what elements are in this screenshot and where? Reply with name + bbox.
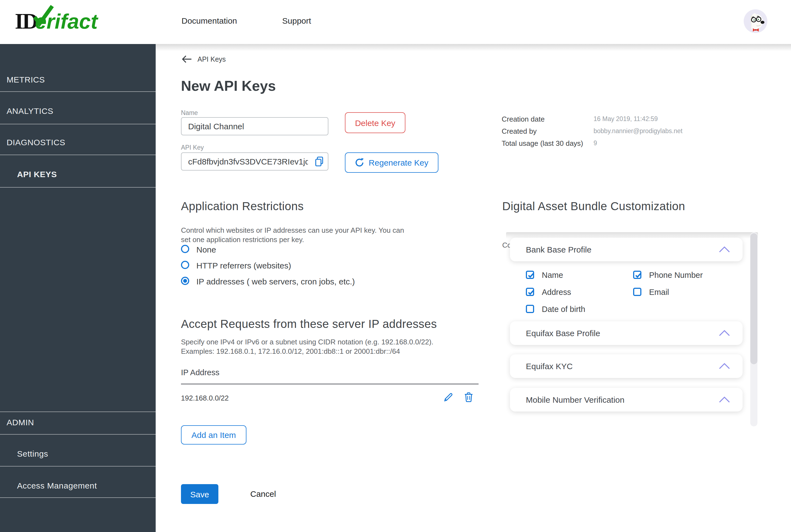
app-window: IDerifact Documentation Support bbox=[0, 0, 791, 532]
nav-support[interactable]: Support bbox=[282, 16, 311, 25]
divider bbox=[0, 412, 156, 412]
checkbox-checked[interactable] bbox=[526, 271, 534, 279]
delete-row-icon[interactable] bbox=[464, 392, 474, 402]
meta-row: Created by bobby.nannier@prodigylabs.net bbox=[502, 127, 760, 136]
top-header: IDerifact Documentation Support bbox=[0, 0, 791, 44]
divider bbox=[0, 124, 156, 124]
checkbox-label: Name bbox=[542, 271, 563, 280]
meta-row: Total usage (last 30 days) 9 bbox=[502, 139, 760, 148]
ip-table-row-value: 192.168.0.0/22 bbox=[181, 394, 229, 402]
checkbox-checked[interactable] bbox=[633, 271, 641, 279]
scrollbar-thumb[interactable] bbox=[750, 233, 757, 364]
name-input[interactable] bbox=[181, 117, 328, 135]
radio-button-selected[interactable] bbox=[181, 277, 189, 285]
divider bbox=[0, 466, 156, 467]
application-restrictions-description: Control which websites or IP addresses c… bbox=[181, 226, 411, 244]
checkbox-unchecked[interactable] bbox=[526, 305, 534, 313]
user-avatar[interactable] bbox=[744, 10, 767, 33]
logo[interactable]: IDerifact bbox=[15, 8, 98, 36]
chevron-up-icon[interactable] bbox=[719, 246, 730, 252]
cancel-button[interactable]: Cancel bbox=[250, 489, 276, 498]
ip-section-description-line1: Specify one IPv4 or IPv6 or a subnet usi… bbox=[181, 337, 440, 347]
save-button[interactable]: Save bbox=[181, 484, 218, 504]
divider bbox=[0, 155, 156, 155]
meta-value: 16 May 2019, 11:42:59 bbox=[594, 116, 658, 122]
radio-label: HTTP referrers (websites) bbox=[196, 261, 291, 270]
ip-table-divider bbox=[181, 383, 479, 384]
bundle-title: Digital Asset Bundle Customization bbox=[502, 200, 685, 213]
chevron-up-icon[interactable] bbox=[719, 397, 730, 403]
check-icon bbox=[527, 289, 534, 296]
accordion-equifax-kyc[interactable]: Equifax KYC bbox=[510, 354, 742, 378]
application-restrictions-title: Application Restrictions bbox=[181, 200, 304, 213]
accordion-title: Equifax Base Profile bbox=[526, 328, 600, 338]
sidebar-item-admin[interactable]: ADMIN bbox=[6, 418, 34, 427]
api-key-input[interactable] bbox=[181, 152, 328, 171]
check-icon bbox=[527, 272, 534, 278]
accordion-title: Bank Base Profile bbox=[526, 245, 591, 254]
sidebar-item-settings[interactable]: Settings bbox=[17, 449, 48, 458]
sidebar: METRICS ANALYTICS DIAGNOSTICS API KEYS A… bbox=[0, 44, 156, 532]
meta-label: Created by bbox=[502, 127, 537, 135]
ip-section-title: Accept Requests from these server IP add… bbox=[181, 318, 437, 331]
checkbox-checked[interactable] bbox=[526, 288, 534, 296]
check-icon bbox=[635, 272, 642, 278]
accordion-equifax-base-profile[interactable]: Equifax Base Profile bbox=[510, 321, 742, 345]
divider bbox=[0, 91, 156, 92]
ip-section-description-line2: Examples: 192.168.0.1, 172.16.0.0/12, 20… bbox=[181, 347, 440, 356]
accordion-title: Mobile Number Verification bbox=[526, 395, 624, 404]
accordion-title: Equifax KYC bbox=[526, 361, 573, 371]
divider bbox=[0, 434, 156, 435]
refresh-icon bbox=[355, 158, 364, 167]
sidebar-item-access-management[interactable]: Access Management bbox=[17, 481, 97, 490]
checkbox-label: Address bbox=[542, 288, 571, 297]
page-title: New API Keys bbox=[181, 78, 276, 95]
accordion-mobile-number-verification[interactable]: Mobile Number Verification bbox=[510, 388, 742, 412]
chevron-up-icon[interactable] bbox=[719, 330, 730, 336]
chevron-up-icon[interactable] bbox=[719, 363, 730, 369]
sidebar-item-metrics[interactable]: METRICS bbox=[6, 75, 45, 84]
checkbox-label: Email bbox=[649, 288, 669, 297]
meta-row: Creation date 16 May 2019, 11:42:59 bbox=[502, 115, 760, 124]
radio-label: IP addresses ( web servers, cron jobs, e… bbox=[196, 277, 355, 286]
regenerate-key-label: Regenerate Key bbox=[369, 158, 428, 167]
copy-icon[interactable] bbox=[314, 156, 325, 167]
logo-checkmark-icon bbox=[30, 4, 56, 29]
ip-table-column-header: IP Address bbox=[181, 368, 219, 377]
regenerate-key-button[interactable]: Regenerate Key bbox=[345, 152, 438, 173]
sidebar-item-analytics[interactable]: ANALYTICS bbox=[6, 106, 53, 116]
nav-documentation[interactable]: Documentation bbox=[181, 16, 237, 25]
radio-button[interactable] bbox=[181, 261, 189, 269]
avatar-dog-icon bbox=[744, 10, 767, 33]
meta-label: Creation date bbox=[502, 115, 544, 123]
radio-button[interactable] bbox=[181, 245, 189, 253]
meta-label: Total usage (last 30 days) bbox=[502, 139, 583, 148]
edit-icon[interactable] bbox=[443, 392, 453, 402]
api-key-field bbox=[181, 152, 328, 171]
accordion-bank-base-profile[interactable]: Bank Base Profile bbox=[510, 238, 742, 261]
radio-label: None bbox=[196, 245, 216, 254]
header-shadow bbox=[156, 44, 791, 51]
back-arrow-icon[interactable] bbox=[181, 55, 192, 63]
divider bbox=[0, 497, 156, 498]
sidebar-item-diagnostics[interactable]: DIAGNOSTICS bbox=[6, 137, 65, 147]
checkbox-label: Phone Number bbox=[649, 271, 703, 280]
checkbox-label: Date of birth bbox=[542, 305, 585, 314]
add-an-item-button[interactable]: Add an Item bbox=[181, 425, 247, 444]
delete-key-button[interactable]: Delete Key bbox=[345, 112, 405, 133]
divider bbox=[0, 187, 156, 188]
checkbox-unchecked[interactable] bbox=[633, 288, 641, 296]
breadcrumb[interactable]: API Keys bbox=[197, 56, 226, 63]
meta-value: 9 bbox=[594, 140, 597, 146]
meta-value: bobby.nannier@prodigylabs.net bbox=[594, 128, 682, 134]
bundle-scroll-area: Bank Base Profile Name Phone Number Addr… bbox=[506, 232, 758, 426]
name-field-label: Name bbox=[181, 110, 198, 116]
api-key-field-label: API Key bbox=[181, 144, 204, 151]
sidebar-item-api-keys[interactable]: API KEYS bbox=[17, 169, 57, 179]
